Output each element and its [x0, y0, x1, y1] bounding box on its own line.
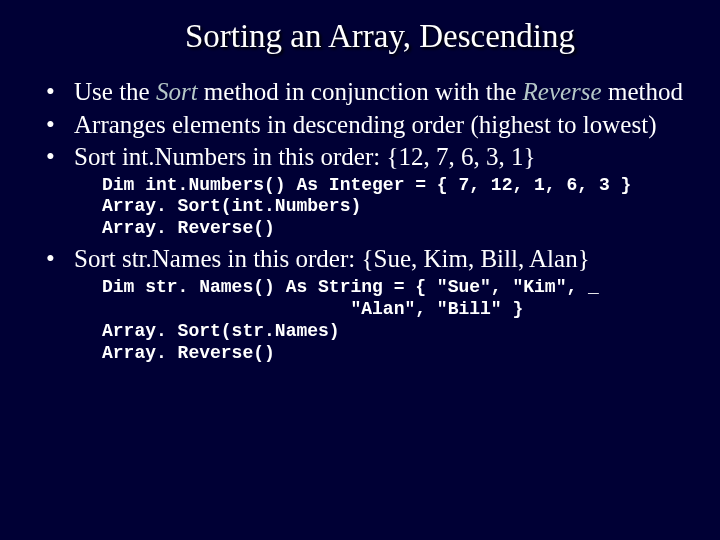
code-block-2: Dim str. Names() As String = { "Sue", "K… [24, 277, 696, 365]
bullet-1-text-c: method [602, 78, 683, 105]
slide-title: Sorting an Array, Descending [24, 18, 696, 55]
slide: Sorting an Array, Descending Use the Sor… [0, 0, 720, 540]
bullet-1-emph-reverse: Reverse [523, 78, 602, 105]
bullet-list: Use the Sort method in conjunction with … [24, 77, 696, 173]
bullet-3: Sort int.Numbers in this order: {12, 7, … [24, 142, 696, 173]
bullet-2: Arranges elements in descending order (h… [24, 110, 696, 141]
bullet-list-2: Sort str.Names in this order: {Sue, Kim,… [24, 244, 696, 275]
bullet-1-text-b: method in conjunction with the [198, 78, 523, 105]
bullet-1-text-a: Use the [74, 78, 156, 105]
code-block-1: Dim int.Numbers() As Integer = { 7, 12, … [24, 175, 696, 241]
bullet-1-emph-sort: Sort [156, 78, 198, 105]
bullet-4: Sort str.Names in this order: {Sue, Kim,… [24, 244, 696, 275]
bullet-1: Use the Sort method in conjunction with … [24, 77, 696, 108]
